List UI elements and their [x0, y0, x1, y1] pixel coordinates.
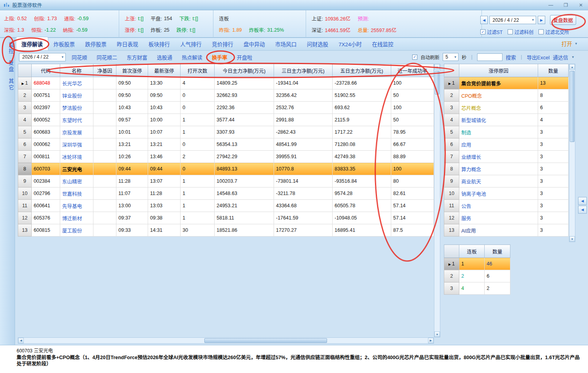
date-prev-button[interactable]: ◀: [480, 16, 488, 24]
toolbar-link[interactable]: 同花顺: [72, 53, 87, 61]
tab-item[interactable]: 昨日表现: [112, 37, 143, 50]
toolbar-link[interactable]: 同花顺二: [97, 53, 117, 61]
replay-data-button[interactable]: 复盘数据: [550, 15, 576, 25]
tab-item[interactable]: 盘中异动: [238, 37, 270, 50]
column-header[interactable]: 最新涨停: [148, 64, 181, 77]
date-next-button[interactable]: ▶: [538, 16, 545, 24]
stock-row[interactable]: 13600815厦工股份09:3314:313018521.8617270.27…: [18, 224, 434, 237]
reason-row[interactable]: 9商业航天3: [444, 175, 569, 187]
column-header[interactable]: 五日主力净额(万元): [333, 64, 391, 77]
chevron-down-icon[interactable]: ▼: [531, 18, 535, 22]
export-excel-button[interactable]: 导出Excel: [527, 53, 550, 61]
stock-row[interactable]: 8600703三安光电09:4409:44084893.1310770.8838…: [18, 163, 434, 175]
scroll-up-button[interactable]: ▲: [434, 64, 440, 70]
column-header[interactable]: 涨停原因: [459, 64, 538, 77]
stock-row[interactable]: 7000811冰轮环境10:2613:46227942.2939955.9142…: [18, 151, 434, 163]
stock-row[interactable]: 6000062深圳华强13:2113:21056354.1348541.9971…: [18, 138, 434, 151]
reason-row[interactable]: 5制造3: [444, 126, 569, 138]
stock-row[interactable]: 4600052东望时代09:5710:0013577.442991.882115…: [18, 114, 434, 126]
tab-item[interactable]: 人气排行: [175, 37, 207, 50]
stock-row[interactable]: 3002397梦洁股份10:4310:4302292.362532.76693.…: [18, 102, 434, 114]
filter-option[interactable]: ✓过滤ST: [480, 28, 502, 35]
scrollbar-thumb[interactable]: [570, 71, 575, 142]
date-picker[interactable]: 2026 / 4 / 22 ▼: [489, 16, 536, 24]
toolbar-link[interactable]: 换手率: [212, 53, 227, 61]
toolbar-link[interactable]: 选股通: [157, 53, 172, 61]
stock-row[interactable]: 12605376博迁新材09:3709:3815818.11-17641.59-…: [18, 212, 434, 224]
column-header[interactable]: 净基因: [93, 64, 116, 77]
collapse-panel-button[interactable]: ◀: [578, 197, 587, 205]
chevron-down-icon[interactable]: ▼: [454, 55, 457, 59]
column-header[interactable]: 连板: [459, 245, 485, 258]
tab-item[interactable]: 跌停股票: [80, 37, 112, 50]
reason-row[interactable]: 11公告3: [444, 200, 569, 212]
tab-item[interactable]: 炸板股票: [48, 37, 80, 50]
reason-row[interactable]: 3芯片概念6: [444, 102, 569, 114]
tab-item[interactable]: 板块排行: [143, 37, 175, 50]
scroll-down-button[interactable]: ▼: [569, 236, 575, 242]
toolbar-link[interactable]: 开盘啦: [237, 53, 252, 61]
chevron-down-icon[interactable]: ▼: [571, 55, 575, 59]
reason-row[interactable]: ▶1集合竞价提前看多13: [444, 77, 569, 89]
reason-row[interactable]: 6应用3: [444, 138, 569, 151]
column-header[interactable]: 三日主力净额(万元): [274, 64, 333, 77]
tab-item[interactable]: 市场风口: [270, 37, 302, 50]
search-button[interactable]: 搜索: [506, 53, 516, 61]
column-header[interactable]: 首次涨停: [116, 64, 148, 77]
stock-row[interactable]: ▶1688048长光华芯09:5013:30414809.25-19341.04…: [18, 77, 434, 89]
reason-row[interactable]: 12服务3: [444, 212, 569, 224]
reason-row[interactable]: 13AI应用3: [444, 224, 569, 237]
tongdaxin-menu[interactable]: 通达信: [553, 53, 568, 61]
stock-row[interactable]: 11600641先导基电13:0013:03124953.2143364.686…: [18, 200, 434, 212]
side-tab-item[interactable]: 监控: [0, 42, 15, 55]
column-header[interactable]: 今日主力净额(万元): [215, 64, 274, 77]
checkbox-icon[interactable]: [508, 29, 513, 34]
reason-table-vscrollbar[interactable]: ▲ ▼: [569, 64, 575, 242]
tab-item[interactable]: 问财选股: [302, 37, 333, 50]
scroll-down-button[interactable]: ▼: [434, 331, 440, 337]
stock-row[interactable]: 5600683京投发展10:0110:0713307.93-2862.43171…: [18, 126, 434, 138]
open-menu-button[interactable]: 打开 ▼: [561, 40, 578, 50]
checkbox-icon[interactable]: ✓: [480, 29, 485, 34]
collapse-panel-button[interactable]: ◀: [578, 206, 587, 214]
checkbox-icon[interactable]: [539, 29, 544, 34]
chevron-down-icon[interactable]: ▼: [61, 55, 64, 59]
lianban-row[interactable]: ▶1146: [444, 258, 510, 270]
lianban-row[interactable]: 226: [444, 270, 510, 282]
reason-row[interactable]: 10钠离子电池3: [444, 187, 569, 200]
stock-row[interactable]: 9002384东山精密11:2813:071100203.7-73801.14-…: [18, 175, 434, 187]
filter-option[interactable]: 过滤北交所: [539, 28, 569, 35]
side-tab-item[interactable]: 复盘: [0, 60, 15, 73]
filter-option[interactable]: 过滤科创: [508, 28, 533, 35]
scroll-left-button[interactable]: ◀: [18, 338, 24, 343]
lianban-row[interactable]: 342: [444, 282, 510, 295]
column-header[interactable]: 近一年成功率: [391, 64, 434, 77]
column-header[interactable]: 打开次数: [181, 64, 215, 77]
reason-row[interactable]: 7业绩增长3: [444, 151, 569, 163]
reason-row[interactable]: 4新型城镇化4: [444, 114, 569, 126]
maximize-button[interactable]: ❐: [563, 2, 569, 8]
toolbar-link[interactable]: 热点解读: [182, 53, 202, 61]
stock-row[interactable]: 2000751锌业股份09:5009:50032662.9332356.4251…: [18, 89, 434, 102]
side-tab-item[interactable]: 其它: [0, 78, 15, 91]
main-table-vscrollbar[interactable]: ▲ ▼: [434, 64, 440, 337]
tab-item[interactable]: 涨停解读: [16, 37, 48, 50]
scrollbar-thumb[interactable]: [435, 71, 440, 95]
main-table-hscrollbar[interactable]: ◀ ▶: [18, 337, 434, 344]
column-header[interactable]: 名称: [60, 64, 93, 77]
close-button[interactable]: ✕: [578, 2, 584, 8]
column-header[interactable]: 数量: [485, 245, 510, 258]
tab-item[interactable]: 在线监控: [367, 37, 399, 50]
reason-row[interactable]: 8算力概念3: [444, 163, 569, 175]
scroll-right-button[interactable]: ▶: [428, 338, 434, 343]
toolbar-date-picker[interactable]: 2026 / 4 / 22 ▼: [19, 53, 66, 61]
search-input[interactable]: [477, 53, 502, 61]
scrollbar-thumb[interactable]: [204, 338, 327, 343]
scroll-up-button[interactable]: ▲: [569, 64, 575, 70]
column-header[interactable]: 数量: [538, 64, 569, 77]
column-header[interactable]: 代码: [32, 64, 60, 77]
toolbar-link[interactable]: 东方财富: [127, 53, 147, 61]
refresh-interval-select[interactable]: 5 ▼: [443, 53, 459, 61]
minimize-button[interactable]: —: [548, 2, 554, 8]
tab-item[interactable]: 7X24小时: [333, 37, 367, 50]
